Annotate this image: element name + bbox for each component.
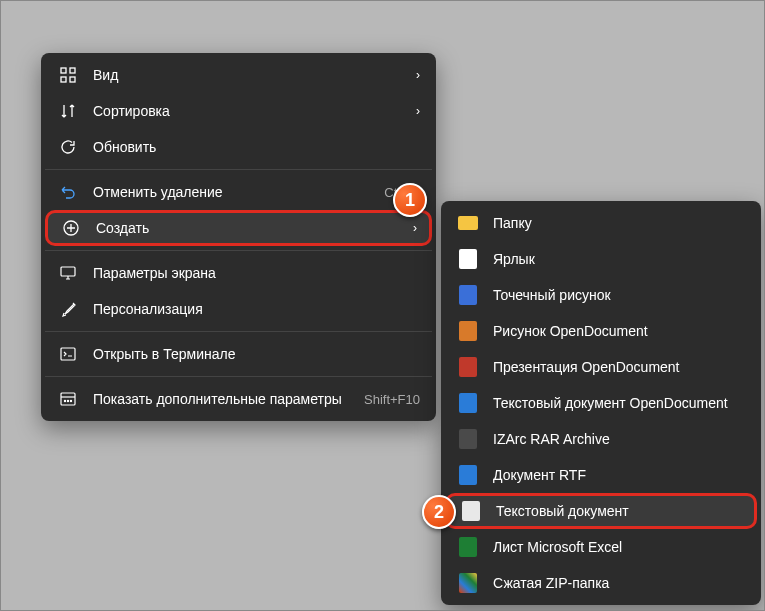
callout-badge-1: 1 <box>393 183 427 217</box>
chevron-right-icon: › <box>413 221 417 235</box>
separator <box>45 376 432 377</box>
submenu-item-3[interactable]: Рисунок OpenDocument <box>445 313 757 349</box>
bmp-icon <box>457 284 479 306</box>
terminal-icon <box>57 343 79 365</box>
submenu-item-2[interactable]: Точечный рисунок <box>445 277 757 313</box>
txt-icon <box>460 500 482 522</box>
menu-label: IZArc RAR Archive <box>493 431 745 447</box>
display-icon <box>57 262 79 284</box>
brush-icon <box>57 298 79 320</box>
menu-item-display-settings[interactable]: Параметры экрана <box>45 255 432 291</box>
svg-rect-2 <box>61 77 66 82</box>
svg-rect-3 <box>70 77 75 82</box>
separator <box>45 250 432 251</box>
menu-label: Сжатая ZIP-папка <box>493 575 745 591</box>
separator <box>45 169 432 170</box>
callout-badge-2: 2 <box>422 495 456 529</box>
chevron-right-icon: › <box>416 68 420 82</box>
context-menu-new: ПапкуЯрлыкТочечный рисунокРисунок OpenDo… <box>441 201 761 605</box>
svg-rect-7 <box>61 393 75 405</box>
submenu-item-0[interactable]: Папку <box>445 205 757 241</box>
rar-icon <box>457 428 479 450</box>
svg-rect-0 <box>61 68 66 73</box>
more-options-icon <box>57 388 79 410</box>
undo-icon <box>57 181 79 203</box>
odt-icon <box>457 392 479 414</box>
submenu-item-8[interactable]: Текстовый документ <box>445 493 757 529</box>
svg-rect-5 <box>61 267 75 276</box>
menu-item-open-terminal[interactable]: Открыть в Терминале <box>45 336 432 372</box>
submenu-item-9[interactable]: Лист Microsoft Excel <box>445 529 757 565</box>
menu-label: Создать <box>96 220 403 236</box>
submenu-item-7[interactable]: Документ RTF <box>445 457 757 493</box>
submenu-item-5[interactable]: Текстовый документ OpenDocument <box>445 385 757 421</box>
menu-label: Рисунок OpenDocument <box>493 323 745 339</box>
separator <box>45 331 432 332</box>
submenu-item-4[interactable]: Презентация OpenDocument <box>445 349 757 385</box>
chevron-right-icon: › <box>416 104 420 118</box>
zip-icon <box>457 572 479 594</box>
menu-item-view[interactable]: Вид › <box>45 57 432 93</box>
menu-label: Текстовый документ OpenDocument <box>493 395 745 411</box>
submenu-item-10[interactable]: Сжатая ZIP-папка <box>445 565 757 601</box>
menu-item-sort[interactable]: Сортировка › <box>45 93 432 129</box>
context-menu-main: Вид › Сортировка › Обновить Отменить уда… <box>41 53 436 421</box>
menu-label: Персонализация <box>93 301 420 317</box>
xls-icon <box>457 536 479 558</box>
svg-point-8 <box>64 400 65 401</box>
menu-label: Вид <box>93 67 406 83</box>
svg-point-9 <box>67 400 68 401</box>
menu-label: Папку <box>493 215 745 231</box>
grid-icon <box>57 64 79 86</box>
menu-label: Отменить удаление <box>93 184 374 200</box>
badge-number: 2 <box>434 502 444 523</box>
shortcut-icon <box>457 248 479 270</box>
menu-label: Точечный рисунок <box>493 287 745 303</box>
menu-item-more-options[interactable]: Показать дополнительные параметры Shift+… <box>45 381 432 417</box>
menu-label: Лист Microsoft Excel <box>493 539 745 555</box>
odg-icon <box>457 320 479 342</box>
svg-point-10 <box>70 400 71 401</box>
menu-item-undo-delete[interactable]: Отменить удаление Ctrl+Z <box>45 174 432 210</box>
shortcut-text: Shift+F10 <box>364 392 420 407</box>
menu-item-personalize[interactable]: Персонализация <box>45 291 432 327</box>
badge-number: 1 <box>405 190 415 211</box>
menu-label: Открыть в Терминале <box>93 346 420 362</box>
menu-label: Документ RTF <box>493 467 745 483</box>
odp-icon <box>457 356 479 378</box>
refresh-icon <box>57 136 79 158</box>
menu-item-refresh[interactable]: Обновить <box>45 129 432 165</box>
svg-rect-6 <box>61 348 75 360</box>
plus-circle-icon <box>60 217 82 239</box>
menu-label: Текстовый документ <box>496 503 742 519</box>
sort-icon <box>57 100 79 122</box>
menu-label: Сортировка <box>93 103 406 119</box>
submenu-item-6[interactable]: IZArc RAR Archive <box>445 421 757 457</box>
menu-label: Обновить <box>93 139 420 155</box>
folder-icon <box>457 212 479 234</box>
menu-label: Ярлык <box>493 251 745 267</box>
svg-rect-1 <box>70 68 75 73</box>
menu-label: Презентация OpenDocument <box>493 359 745 375</box>
menu-label: Параметры экрана <box>93 265 420 281</box>
menu-label: Показать дополнительные параметры <box>93 391 354 407</box>
rtf-icon <box>457 464 479 486</box>
menu-item-new[interactable]: Создать › <box>45 210 432 246</box>
submenu-item-1[interactable]: Ярлык <box>445 241 757 277</box>
